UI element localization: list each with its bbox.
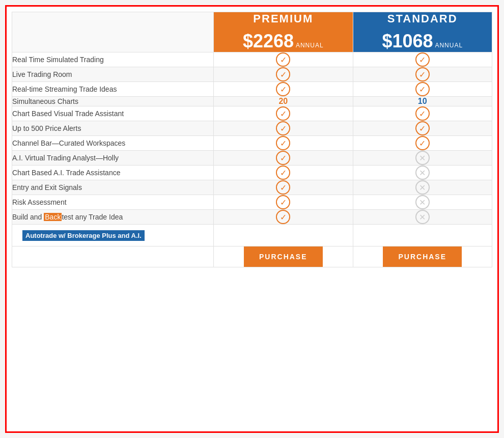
check-icon: ✓ — [276, 106, 290, 121]
premium-value: ✓ — [214, 151, 353, 166]
premium-number: 20 — [278, 97, 288, 105]
standard-amount: $1068 — [382, 31, 433, 51]
standard-value: ✕ — [353, 166, 492, 180]
premium-purchase-button[interactable]: PURCHASE — [244, 247, 323, 267]
premium-value: ✓ — [214, 136, 353, 151]
standard-value: ✕ — [353, 195, 492, 210]
check-icon: ✓ — [276, 151, 290, 165]
x-icon: ✕ — [415, 166, 430, 180]
feature-label: Build and Backtest any Trade Idea — [12, 210, 214, 225]
feature-label: Autotrade w/ Brokerage Plus and A.I. — [12, 225, 214, 247]
premium-value: ✓ — [214, 195, 353, 210]
pricing-table: PREMIUM $2268 ANNUAL STANDARD $1068 ANNU… — [12, 12, 492, 267]
feature-label: Chart Based Visual Trade Assistant — [12, 106, 214, 121]
standard-value: ✓ — [353, 121, 492, 136]
premium-value — [214, 225, 353, 247]
standard-number: 10 — [418, 97, 427, 105]
premium-plan-name: PREMIUM — [214, 12, 352, 25]
purchase-footer-empty — [12, 247, 214, 267]
standard-value: ✓ — [353, 136, 492, 151]
premium-period: ANNUAL — [296, 42, 324, 49]
premium-value: ✓ — [214, 67, 353, 82]
feature-header-empty — [12, 12, 214, 52]
feature-label: Up to 500 Price Alerts — [12, 121, 214, 136]
premium-value: ✓ — [214, 52, 353, 67]
feature-label: Chart Based A.I. Trade Assistance — [12, 166, 214, 180]
check-icon: ✓ — [276, 121, 290, 135]
standard-value: ✕ — [353, 151, 492, 166]
feature-label: Entry and Exit Signals — [12, 180, 214, 195]
check-icon: ✓ — [276, 195, 290, 209]
check-icon: ✓ — [415, 52, 430, 67]
standard-value: ✕ — [353, 180, 492, 195]
standard-period: ANNUAL — [435, 42, 463, 49]
standard-value: 10 — [353, 97, 492, 106]
premium-header: PREMIUM $2268 ANNUAL — [214, 12, 353, 52]
x-icon: ✕ — [415, 195, 430, 209]
x-icon: ✕ — [415, 151, 430, 165]
feature-label: A.I. Virtual Trading Analyst—Holly — [12, 151, 214, 166]
standard-purchase-button[interactable]: PURCHASE — [383, 247, 462, 267]
check-icon: ✓ — [276, 180, 290, 195]
standard-header: STANDARD $1068 ANNUAL — [353, 12, 492, 52]
feature-label: Simultaneous Charts — [12, 97, 214, 106]
check-icon: ✓ — [276, 52, 290, 67]
premium-value: ✓ — [214, 180, 353, 195]
feature-label: Risk Assessment — [12, 195, 214, 210]
check-icon: ✓ — [415, 67, 430, 81]
standard-value — [353, 225, 492, 247]
standard-value: ✓ — [353, 52, 492, 67]
x-icon: ✕ — [415, 210, 430, 224]
x-icon: ✕ — [415, 180, 430, 195]
check-icon: ✓ — [415, 136, 430, 150]
standard-value: ✓ — [353, 67, 492, 82]
check-icon: ✓ — [415, 82, 430, 96]
premium-price-block: $2268 ANNUAL — [214, 31, 352, 52]
check-icon: ✓ — [415, 121, 430, 135]
standard-plan-name: STANDARD — [353, 12, 492, 25]
feature-label: Real-time Streaming Trade Ideas — [12, 82, 214, 97]
premium-value: 20 — [214, 97, 353, 106]
check-icon: ✓ — [415, 106, 430, 121]
check-icon: ✓ — [276, 136, 290, 150]
premium-amount: $2268 — [243, 31, 294, 51]
check-icon: ✓ — [276, 82, 290, 96]
check-icon: ✓ — [276, 210, 290, 224]
premium-purchase-cell: PURCHASE — [214, 247, 353, 267]
pricing-page: PREMIUM $2268 ANNUAL STANDARD $1068 ANNU… — [5, 5, 499, 433]
premium-value: ✓ — [214, 121, 353, 136]
standard-value: ✓ — [353, 106, 492, 121]
standard-price-block: $1068 ANNUAL — [353, 31, 492, 52]
check-icon: ✓ — [276, 67, 290, 81]
standard-purchase-cell: PURCHASE — [353, 247, 492, 267]
feature-label: Live Trading Room — [12, 67, 214, 82]
premium-value: ✓ — [214, 210, 353, 225]
feature-label: Channel Bar—Curated Workspaces — [12, 136, 214, 151]
premium-value: ✓ — [214, 166, 353, 180]
premium-value: ✓ — [214, 82, 353, 97]
check-icon: ✓ — [276, 166, 290, 180]
standard-value: ✕ — [353, 210, 492, 225]
standard-value: ✓ — [353, 82, 492, 97]
premium-value: ✓ — [214, 106, 353, 121]
feature-label: Real Time Simulated Trading — [12, 52, 214, 67]
